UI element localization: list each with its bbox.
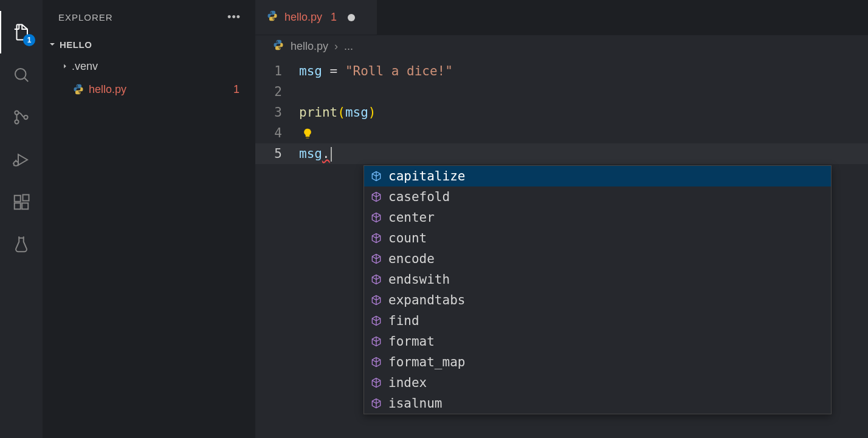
text-cursor (331, 147, 332, 162)
code-content: msg = "Roll a dice!" (299, 61, 453, 81)
method-icon (370, 356, 382, 368)
tab-filename: hello.py (284, 11, 322, 24)
suggest-item[interactable]: count (364, 228, 831, 248)
tree-item-folder[interactable]: .venv (43, 55, 255, 78)
line-number: 5 (255, 143, 299, 164)
suggest-item-label: format (388, 331, 435, 352)
activity-explorer[interactable]: 1 (0, 11, 43, 53)
file-tree: .venv hello.py 1 (43, 55, 255, 101)
method-icon (370, 273, 382, 286)
method-icon (370, 377, 382, 389)
intellisense-suggest-widget[interactable]: capitalizecasefoldcentercountencodeendsw… (363, 165, 832, 414)
suggest-item-label: isalnum (388, 393, 443, 414)
code-line[interactable]: 5msg. (255, 143, 868, 164)
suggest-item[interactable]: encode (364, 248, 831, 269)
suggest-item[interactable]: isalnum (364, 393, 831, 414)
activity-extensions[interactable] (0, 181, 43, 224)
suggest-item[interactable]: capitalize (364, 166, 831, 186)
method-icon (370, 397, 382, 409)
code-line[interactable]: 2 (255, 81, 868, 102)
suggest-item-label: index (388, 372, 427, 393)
breadcrumb-rest: ... (344, 40, 353, 53)
suggest-item[interactable]: find (364, 310, 831, 331)
suggest-item-label: expandtabs (388, 290, 465, 310)
method-icon (370, 253, 382, 265)
explorer-badge: 1 (23, 34, 35, 46)
svg-point-2 (15, 120, 18, 123)
code-editor[interactable]: 1msg = "Roll a dice!"23print(msg)45msg. … (255, 57, 868, 438)
method-icon (370, 232, 382, 244)
code-content: print(msg) (299, 102, 376, 123)
suggest-item[interactable]: endswith (364, 269, 831, 290)
activity-source-control[interactable] (0, 96, 43, 139)
suggest-item[interactable]: expandtabs (364, 290, 831, 310)
code-content: msg. (299, 143, 332, 164)
suggest-item-label: encode (388, 248, 435, 269)
chevron-right-icon (60, 62, 71, 70)
lightbulb-icon[interactable] (301, 125, 314, 146)
tab-problems-badge: 1 (331, 11, 337, 24)
folder-header[interactable]: HELLO (43, 34, 255, 55)
svg-rect-7 (22, 203, 28, 209)
line-number: 1 (255, 61, 299, 81)
svg-point-1 (15, 111, 18, 114)
sidebar-header: EXPLORER ••• (43, 0, 255, 34)
breadcrumbs[interactable]: hello.py › ... (255, 35, 868, 57)
svg-rect-8 (23, 195, 29, 201)
breadcrumb-file: hello.py (291, 40, 328, 53)
line-number: 2 (255, 81, 299, 102)
python-file-icon (272, 39, 284, 54)
file-problems-count: 1 (233, 83, 239, 96)
sidebar-title: EXPLORER (58, 12, 113, 22)
suggest-item-label: capitalize (388, 166, 465, 186)
suggest-item-label: count (388, 228, 427, 248)
activity-bar: 1 (0, 0, 43, 438)
code-line[interactable]: 4 (255, 123, 868, 143)
method-icon (370, 170, 382, 182)
suggest-item-label: endswith (388, 269, 450, 290)
svg-rect-6 (15, 203, 21, 209)
sidebar-more-icon[interactable]: ••• (227, 11, 241, 24)
editor-area: hello.py 1 hello.py › ... 1msg = "Roll a… (255, 0, 868, 438)
line-number: 4 (255, 123, 299, 143)
method-icon (370, 315, 382, 327)
folder-name: HELLO (60, 39, 92, 50)
method-icon (370, 294, 382, 306)
svg-point-3 (24, 115, 27, 119)
suggest-item[interactable]: center (364, 207, 831, 228)
code-line[interactable]: 1msg = "Roll a dice!" (255, 61, 868, 81)
svg-rect-5 (15, 196, 21, 202)
method-icon (370, 191, 382, 203)
activity-run-debug[interactable] (0, 139, 43, 181)
suggest-item[interactable]: format (364, 331, 831, 352)
tree-item-label: hello.py (89, 83, 126, 96)
line-number: 3 (255, 102, 299, 123)
suggest-item-label: casefold (388, 186, 450, 207)
method-icon (370, 211, 382, 224)
breadcrumb-separator-icon: › (334, 40, 338, 53)
suggest-item-label: center (388, 207, 435, 228)
suggest-item[interactable]: index (364, 372, 831, 393)
method-icon (370, 335, 382, 347)
tree-item-file[interactable]: hello.py 1 (43, 78, 255, 101)
activity-testing[interactable] (0, 224, 43, 266)
editor-tabs: hello.py 1 (255, 0, 868, 35)
dirty-indicator-icon (348, 14, 355, 21)
activity-search[interactable] (0, 53, 43, 96)
code-line[interactable]: 3print(msg) (255, 102, 868, 123)
svg-point-0 (15, 69, 26, 80)
editor-tab[interactable]: hello.py 1 (255, 0, 377, 35)
suggest-item[interactable]: format_map (364, 352, 831, 372)
suggest-item-label: find (388, 310, 419, 331)
suggest-item[interactable]: casefold (364, 186, 831, 207)
tree-item-label: .venv (72, 60, 98, 73)
sidebar: EXPLORER ••• HELLO .venv hello.py 1 (43, 0, 255, 438)
python-file-icon (266, 10, 278, 25)
python-file-icon (72, 83, 85, 95)
suggest-item-label: format_map (388, 352, 465, 372)
